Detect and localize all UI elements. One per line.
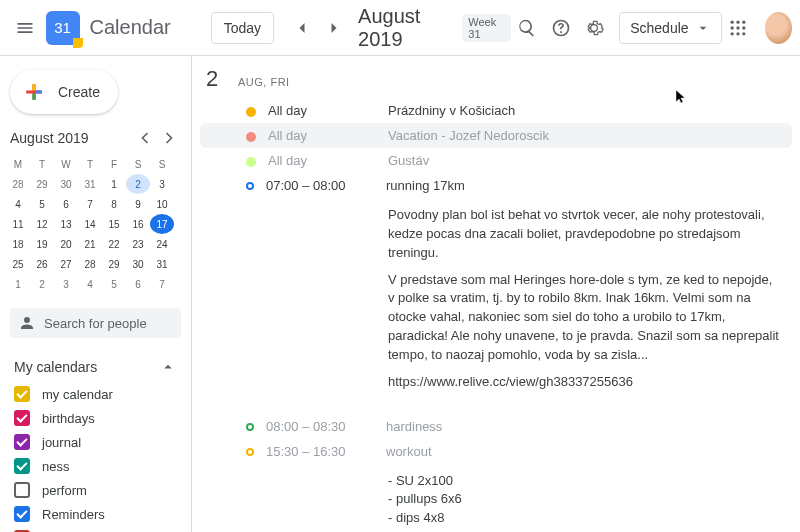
menu-icon[interactable] xyxy=(8,8,42,48)
calendar-item[interactable]: perform xyxy=(0,478,191,502)
app-logo[interactable]: 31 Calendar xyxy=(46,11,171,45)
mini-day[interactable]: 5 xyxy=(102,274,126,294)
desc-text: V predstave som mal Heringes hore-dole s… xyxy=(388,271,780,365)
mini-day[interactable]: 13 xyxy=(54,214,78,234)
calendar-item[interactable]: Tasks xyxy=(0,526,191,532)
day-number[interactable]: 2 xyxy=(206,66,230,92)
plus-icon xyxy=(20,78,48,106)
event-row[interactable]: 08:00 – 08:30hardiness xyxy=(192,414,800,439)
calendar-label: perform xyxy=(42,483,87,498)
mini-day[interactable]: 6 xyxy=(54,194,78,214)
my-calendars-label: My calendars xyxy=(14,359,97,375)
mini-day[interactable]: 31 xyxy=(150,254,174,274)
mini-day[interactable]: 4 xyxy=(78,274,102,294)
avatar[interactable] xyxy=(765,12,792,44)
mini-day[interactable]: 15 xyxy=(102,214,126,234)
event-time: All day xyxy=(268,128,388,143)
help-icon[interactable] xyxy=(544,8,578,48)
mini-day[interactable]: 11 xyxy=(6,214,30,234)
checkbox-icon[interactable] xyxy=(14,482,30,498)
event-dot-icon xyxy=(246,423,254,431)
desc-text: Povodny plan bol ist behat vo stvrtok ve… xyxy=(388,206,780,263)
mini-day[interactable]: 16 xyxy=(126,214,150,234)
mini-day[interactable]: 5 xyxy=(30,194,54,214)
mini-day[interactable]: 8 xyxy=(102,194,126,214)
mini-day[interactable]: 21 xyxy=(78,234,102,254)
event-time: 07:00 – 08:00 xyxy=(266,178,386,193)
mini-day[interactable]: 28 xyxy=(78,254,102,274)
mini-next-button[interactable] xyxy=(157,126,181,150)
my-calendars-toggle[interactable]: My calendars xyxy=(0,352,191,382)
calendar-item[interactable]: my calendar xyxy=(0,382,191,406)
create-button[interactable]: Create xyxy=(10,70,118,114)
calendar-item[interactable]: Reminders xyxy=(0,502,191,526)
mini-day[interactable]: 22 xyxy=(102,234,126,254)
mini-day[interactable]: 29 xyxy=(30,174,54,194)
mini-calendar-header: August 2019 xyxy=(0,126,191,150)
mini-day[interactable]: 31 xyxy=(78,174,102,194)
nav-arrows xyxy=(286,12,350,44)
mini-day[interactable]: 20 xyxy=(54,234,78,254)
mini-day[interactable]: 3 xyxy=(54,274,78,294)
mini-day[interactable]: 1 xyxy=(6,274,30,294)
event-row[interactable]: All dayGustáv xyxy=(192,148,800,173)
mini-prev-button[interactable] xyxy=(133,126,157,150)
mini-day[interactable]: 4 xyxy=(6,194,30,214)
mini-day[interactable]: 30 xyxy=(54,174,78,194)
mini-day[interactable]: 27 xyxy=(54,254,78,274)
event-row[interactable]: All dayPrázdniny v Košiciach xyxy=(192,98,800,123)
checkbox-icon[interactable] xyxy=(14,506,30,522)
event-title: Vacation - Jozef Nedoroscik xyxy=(388,128,792,143)
mini-day[interactable]: 17 xyxy=(150,214,174,234)
next-period-button[interactable] xyxy=(318,12,350,44)
event-title: Gustáv xyxy=(388,153,800,168)
mini-day[interactable]: 7 xyxy=(78,194,102,214)
app-header: 31 Calendar Today August 2019 Week 31 Sc… xyxy=(0,0,800,56)
settings-icon[interactable] xyxy=(578,8,612,48)
mini-day[interactable]: 12 xyxy=(30,214,54,234)
mini-day[interactable]: 24 xyxy=(150,234,174,254)
mini-day[interactable]: 14 xyxy=(78,214,102,234)
mini-day[interactable]: 28 xyxy=(6,174,30,194)
mini-day[interactable]: 29 xyxy=(102,254,126,274)
mini-day[interactable]: 9 xyxy=(126,194,150,214)
checkbox-icon[interactable] xyxy=(14,410,30,426)
mini-day[interactable]: 26 xyxy=(30,254,54,274)
mini-day[interactable]: 23 xyxy=(126,234,150,254)
mini-day[interactable]: 1 xyxy=(102,174,126,194)
search-icon[interactable] xyxy=(511,8,545,48)
prev-period-button[interactable] xyxy=(286,12,318,44)
mini-day[interactable]: 3 xyxy=(150,174,174,194)
mini-day[interactable]: 10 xyxy=(150,194,174,214)
today-button[interactable]: Today xyxy=(211,12,274,44)
create-label: Create xyxy=(58,84,100,100)
svg-point-4 xyxy=(737,26,740,29)
mini-day[interactable]: 18 xyxy=(6,234,30,254)
mini-day[interactable]: 2 xyxy=(126,174,150,194)
calendar-label: my calendar xyxy=(42,387,113,402)
mini-day[interactable]: 30 xyxy=(126,254,150,274)
view-switcher[interactable]: Schedule xyxy=(619,12,721,44)
checkbox-icon[interactable] xyxy=(14,386,30,402)
event-row[interactable]: 07:00 – 08:00running 17km xyxy=(192,173,800,198)
calendar-item[interactable]: birthdays xyxy=(0,406,191,430)
desc-link[interactable]: https://www.relive.cc/view/gh38337255636 xyxy=(388,373,780,392)
mini-day[interactable]: 6 xyxy=(126,274,150,294)
event-row[interactable]: All dayVacation - Jozef Nedoroscik xyxy=(200,123,792,148)
mini-day[interactable]: 7 xyxy=(150,274,174,294)
calendar-label: Reminders xyxy=(42,507,105,522)
calendar-item[interactable]: journal xyxy=(0,430,191,454)
mini-dow: S xyxy=(126,154,150,174)
event-row[interactable]: 15:30 – 16:30workout xyxy=(192,439,800,464)
schedule-view: 2 AUG, FRI All dayPrázdniny v KošiciachA… xyxy=(192,56,800,532)
mini-day[interactable]: 19 xyxy=(30,234,54,254)
mini-day[interactable]: 2 xyxy=(30,274,54,294)
apps-icon[interactable] xyxy=(722,8,756,48)
checkbox-icon[interactable] xyxy=(14,434,30,450)
calendar-item[interactable]: ness xyxy=(0,454,191,478)
checkbox-icon[interactable] xyxy=(14,458,30,474)
mini-day[interactable]: 25 xyxy=(6,254,30,274)
event-time: All day xyxy=(268,103,388,118)
calendar-label: ness xyxy=(42,459,69,474)
search-people-input[interactable]: Search for people xyxy=(10,308,181,338)
